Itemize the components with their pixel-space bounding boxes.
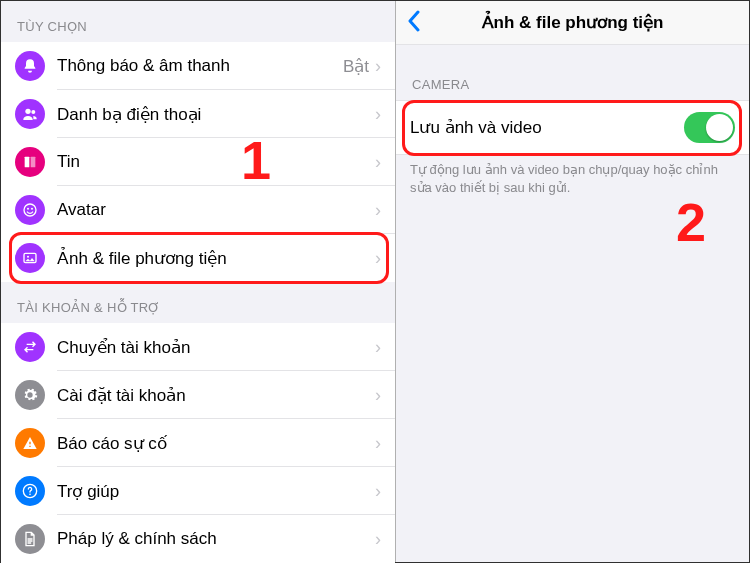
svg-point-6 (31, 208, 33, 210)
document-icon (15, 524, 45, 554)
warning-icon (15, 428, 45, 458)
row-label: Thông báo & âm thanh (57, 56, 343, 76)
row-label: Danh bạ điện thoại (57, 104, 375, 125)
section-header-account: TÀI KHOẢN & HỖ TRỢ (1, 282, 395, 323)
bell-icon (15, 51, 45, 81)
gear-icon (15, 380, 45, 410)
row-value: Bật (343, 56, 369, 77)
options-list: Thông báo & âm thanh Bật › Danh bạ điện … (1, 42, 395, 282)
chevron-right-icon: › (375, 201, 381, 219)
switch-account-icon (15, 332, 45, 362)
back-button[interactable] (406, 9, 420, 33)
chevron-right-icon: › (375, 386, 381, 404)
row-contacts[interactable]: Danh bạ điện thoại › (1, 90, 395, 138)
svg-rect-3 (31, 157, 36, 168)
chevron-right-icon: › (375, 530, 381, 548)
row-avatar[interactable]: Avatar › (1, 186, 395, 234)
chevron-right-icon: › (375, 105, 381, 123)
row-story[interactable]: Tin › (1, 138, 395, 186)
svg-point-5 (27, 208, 29, 210)
row-save-photos-videos[interactable]: Lưu ảnh và video (396, 100, 749, 155)
page-title: Ảnh & file phương tiện (482, 12, 664, 33)
nav-header: Ảnh & file phương tiện (396, 1, 749, 45)
chevron-right-icon: › (375, 434, 381, 452)
row-label: Cài đặt tài khoản (57, 385, 375, 406)
svg-point-8 (27, 256, 29, 258)
svg-point-10 (29, 494, 31, 496)
row-notifications[interactable]: Thông báo & âm thanh Bật › (1, 42, 395, 90)
row-label: Chuyển tài khoản (57, 337, 375, 358)
chevron-right-icon: › (375, 153, 381, 171)
row-label: Pháp lý & chính sách (57, 529, 375, 549)
section-header-options: TÙY CHỌN (1, 1, 395, 42)
section-header-camera: CAMERA (396, 45, 749, 100)
svg-point-1 (31, 110, 35, 114)
toggle-switch[interactable] (684, 112, 735, 143)
svg-point-0 (25, 109, 30, 114)
row-label: Trợ giúp (57, 481, 375, 502)
contacts-icon (15, 99, 45, 129)
chevron-right-icon: › (375, 57, 381, 75)
row-help[interactable]: Trợ giúp › (1, 467, 395, 515)
toggle-label: Lưu ảnh và video (410, 117, 684, 138)
row-label: Avatar (57, 200, 375, 220)
annotation-number-2: 2 (676, 191, 706, 253)
image-icon (15, 243, 45, 273)
footer-description: Tự động lưu ảnh và video bạn chụp/quay h… (396, 155, 749, 196)
row-label: Báo cáo sự cố (57, 433, 375, 454)
help-icon (15, 476, 45, 506)
chevron-right-icon: › (375, 482, 381, 500)
screenshot-container: TÙY CHỌN Thông báo & âm thanh Bật › Danh… (0, 0, 750, 563)
row-legal[interactable]: Pháp lý & chính sách › (1, 515, 395, 563)
media-settings-panel: Ảnh & file phương tiện CAMERA Lưu ảnh và… (396, 1, 749, 562)
chevron-right-icon: › (375, 249, 381, 267)
avatar-icon (15, 195, 45, 225)
svg-point-4 (24, 204, 36, 216)
account-list: Chuyển tài khoản › Cài đặt tài khoản › B… (1, 323, 395, 563)
row-label: Ảnh & file phương tiện (57, 248, 375, 269)
settings-panel: TÙY CHỌN Thông báo & âm thanh Bật › Danh… (1, 1, 396, 562)
row-photos-media[interactable]: Ảnh & file phương tiện › (1, 234, 395, 282)
row-account-settings[interactable]: Cài đặt tài khoản › (1, 371, 395, 419)
story-icon (15, 147, 45, 177)
row-report-problem[interactable]: Báo cáo sự cố › (1, 419, 395, 467)
row-switch-account[interactable]: Chuyển tài khoản › (1, 323, 395, 371)
row-label: Tin (57, 152, 375, 172)
svg-rect-2 (25, 157, 30, 168)
chevron-right-icon: › (375, 338, 381, 356)
